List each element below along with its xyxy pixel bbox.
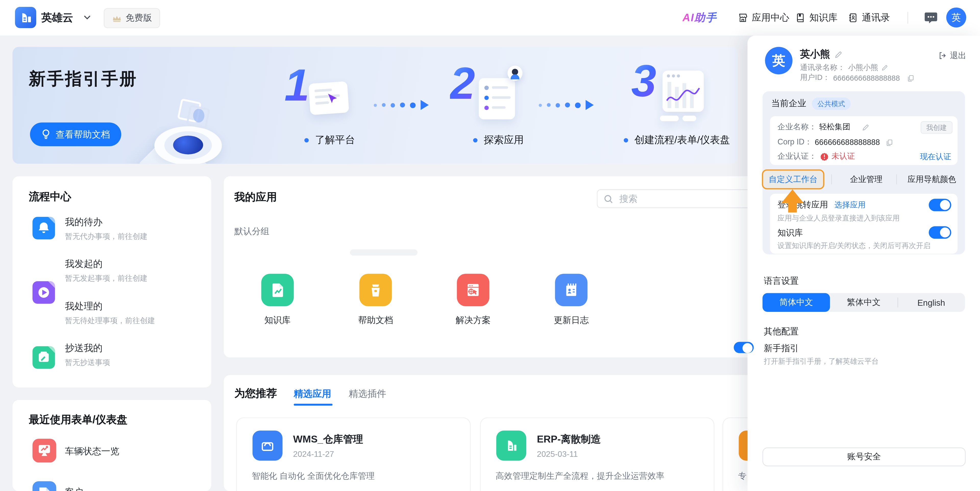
help-docs-button[interactable]: 查看帮助文档 — [30, 122, 121, 146]
bullet-dot — [624, 138, 628, 142]
app-window: 英雄云 免费版 AI助手 应用中心 知识库 — [0, 0, 980, 491]
login-jump-desc: 应用与企业人员登录直接进入到该应用 — [778, 214, 900, 223]
lang-simplified[interactable]: 简体中文 — [762, 293, 830, 312]
todo-desc[interactable]: 暂无代办事项，前往创建 — [65, 231, 148, 242]
edit-enterprise-icon[interactable] — [862, 124, 869, 131]
crown-icon — [112, 14, 122, 22]
tab-featured-plugins[interactable]: 精选插件 — [349, 388, 387, 400]
nav-avatar[interactable]: 英 — [946, 7, 966, 27]
brand-logo-icon[interactable] — [15, 7, 36, 28]
initiated-icon[interactable] — [32, 281, 55, 303]
copy-corp-id-icon[interactable] — [886, 138, 893, 146]
app-solutions-icon[interactable] — [457, 274, 489, 306]
app-help-docs-label[interactable]: 帮助文档 — [344, 315, 407, 326]
processed-desc[interactable]: 暂无待处理事项，前往创建 — [65, 316, 155, 326]
wms-app-date: 2024-11-27 — [293, 450, 334, 459]
step-2-number: 2 — [450, 61, 475, 106]
logout-button[interactable]: 退出 — [938, 50, 966, 61]
customer-form-label[interactable]: 客户 — [65, 486, 83, 491]
profile-name: 英小熊 — [800, 48, 830, 61]
logout-label: 退出 — [950, 50, 966, 61]
banner-title: 新手指引手册 — [29, 67, 138, 90]
plan-badge[interactable]: 免费版 — [104, 8, 160, 28]
chevron-down-icon[interactable] — [84, 15, 91, 20]
app-changelog-icon[interactable] — [555, 274, 587, 306]
cc-title[interactable]: 抄送我的 — [65, 342, 103, 354]
step-1-illustration: 1 — [284, 62, 378, 138]
vehicle-dashboard-label[interactable]: 车辆状态一览 — [65, 446, 119, 458]
nav-knowledge[interactable]: 知识库 — [795, 0, 838, 36]
contact-name-value: 小熊小熊 — [848, 62, 878, 73]
feedback-chat-icon[interactable] — [923, 11, 939, 26]
group-scroll-indicator — [350, 249, 417, 256]
kb-toggle[interactable] — [929, 226, 951, 239]
app-changelog-label[interactable]: 更新日志 — [540, 315, 603, 326]
contact-name-row: 通讯录名称：小熊小熊 — [800, 62, 888, 73]
step-1-number: 1 — [284, 62, 309, 107]
lang-english[interactable]: English — [897, 293, 965, 312]
other-config-title: 其他配置 — [764, 326, 799, 337]
tab-divider — [831, 174, 832, 184]
app-help-docs-icon[interactable] — [360, 274, 392, 306]
app-knowledge-icon[interactable] — [261, 274, 294, 306]
help-docs-label: 查看帮助文档 — [56, 129, 110, 140]
book-icon — [795, 13, 806, 23]
search-input[interactable] — [618, 193, 758, 204]
nav-app-center[interactable]: 应用中心 — [738, 0, 789, 36]
nav-divider — [907, 12, 908, 24]
language-title: 语言设置 — [764, 276, 799, 287]
customer-form-icon[interactable] — [32, 481, 56, 491]
cert-label: 企业认证： — [778, 151, 817, 162]
contact-name-label: 通讯录名称： — [800, 62, 845, 73]
wms-app-icon — [252, 431, 283, 461]
copy-uid-icon[interactable] — [907, 74, 914, 81]
process-center-title: 流程中心 — [29, 189, 72, 203]
step-1-label: 了解平台 — [304, 134, 355, 147]
recommend-card-erp[interactable]: ERP-离散制造 2025-03-11 高效管理定制生产全流程，提升企业运营效率 — [480, 418, 714, 491]
top-navbar: 英雄云 免费版 AI助手 应用中心 知识库 — [0, 0, 980, 36]
account-security-button[interactable]: 账号安全 — [762, 447, 966, 466]
cc-desc[interactable]: 暂无抄送事项 — [65, 358, 110, 368]
tab-enterprise-admin[interactable]: 企业管理 — [836, 170, 896, 189]
login-jump-toggle[interactable] — [929, 199, 951, 211]
newbie-guide-toggle[interactable] — [734, 342, 754, 353]
newbie-guide-label: 新手指引 — [764, 343, 799, 354]
processed-icon[interactable] — [32, 346, 55, 369]
todo-title[interactable]: 我的待办 — [65, 216, 103, 228]
building-icon — [18, 10, 34, 26]
tab-nav-color[interactable]: 应用导航颜色 — [899, 170, 965, 189]
erp-app-icon — [496, 431, 526, 461]
edit-contact-icon[interactable] — [881, 64, 888, 71]
step-2-label: 探索应用 — [473, 134, 524, 147]
todo-icon[interactable] — [32, 217, 55, 239]
bullet-dot — [304, 138, 309, 142]
initiated-title[interactable]: 我发起的 — [65, 258, 103, 270]
current-enterprise-title: 当前企业 — [771, 98, 806, 109]
brand-name[interactable]: 英雄云 — [41, 0, 73, 36]
recommend-title: 为您推荐 — [234, 386, 277, 400]
lang-traditional[interactable]: 繁体中文 — [830, 293, 897, 312]
nav-app-center-label: 应用中心 — [752, 12, 789, 24]
initiated-desc[interactable]: 暂无发起事项，前往创建 — [65, 273, 148, 284]
select-app-link[interactable]: 选择应用 — [834, 200, 865, 210]
logout-icon — [938, 51, 947, 60]
enterprise-name-label: 企业名称： — [778, 122, 817, 133]
tab-custom-workbench[interactable]: 自定义工作台 — [762, 170, 824, 189]
nav-ai-assistant[interactable]: AI助手 — [682, 0, 717, 36]
uid-value: 6666666688888888 — [833, 73, 900, 82]
group-label[interactable]: 默认分组 — [234, 226, 269, 238]
app-solutions-label[interactable]: 解决方案 — [442, 315, 504, 326]
recommend-card-wms[interactable]: WMS_仓库管理 2024-11-27 智能化 自动化 全面优化仓库管理 — [236, 418, 471, 491]
vehicle-dashboard-icon[interactable] — [32, 439, 56, 462]
processed-title[interactable]: 我处理的 — [65, 300, 103, 313]
app-knowledge-label[interactable]: 知识库 — [246, 315, 309, 326]
nav-contacts[interactable]: 通讯录 — [848, 0, 890, 36]
cert-status: 未认证 — [832, 151, 855, 162]
profile-name-row: 英小熊 — [800, 48, 843, 61]
uid-row: 用户ID：6666666688888888 — [800, 73, 915, 83]
tab-featured-apps[interactable]: 精选应用 — [294, 388, 331, 400]
certify-now-link[interactable]: 现在认证 — [920, 152, 951, 162]
edit-name-icon[interactable] — [834, 51, 842, 59]
erp-app-name: ERP-离散制造 — [537, 433, 601, 446]
step-3-number: 3 — [631, 58, 656, 103]
